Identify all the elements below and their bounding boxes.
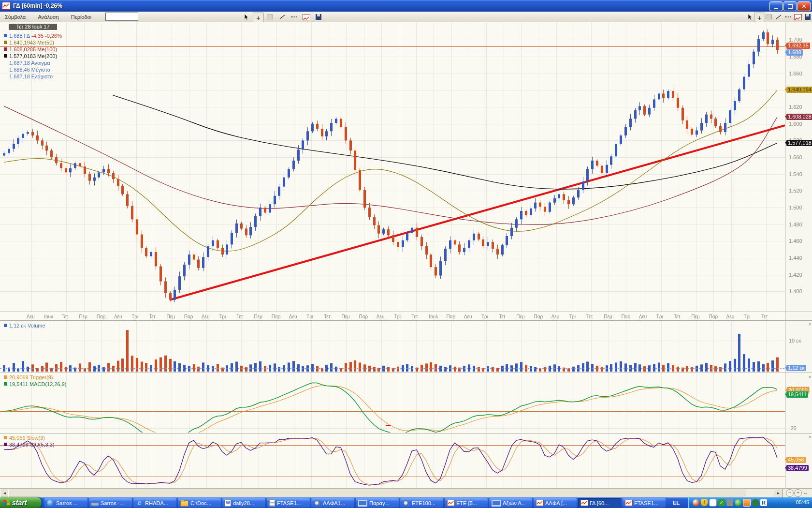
time-axis-label: Τρι <box>481 314 488 319</box>
price-badge: 1.692,35 <box>786 43 810 49</box>
task-button[interactable]: ΓΔ [60... <box>578 498 621 508</box>
task-button[interactable]: FTASE1... <box>623 498 666 508</box>
price-tick-label: 1.620 <box>789 104 802 110</box>
time-axis-label: Ιουλ <box>429 314 438 319</box>
task-button[interactable]: ΑΛΦΑ [... <box>534 498 577 508</box>
pane-separator <box>0 312 812 312</box>
security-shield-tray-icon[interactable]: ! <box>701 499 708 506</box>
restore-button[interactable] <box>783 1 797 11</box>
menu-item-2[interactable]: Ανάλυση <box>36 14 60 20</box>
time-axis-label: Δευ <box>202 314 210 319</box>
pane-close-icon[interactable]: × <box>808 322 812 327</box>
task-button-label: RHADA... <box>145 500 168 506</box>
save-tool-icon[interactable] <box>313 13 323 21</box>
dashes-tool-icon[interactable] <box>289 13 299 21</box>
status-ball-tray-icon[interactable] <box>693 499 699 506</box>
menu-item-3[interactable]: Περίοδοι <box>69 14 93 20</box>
task-button-label: Αξιών Α... <box>503 500 526 506</box>
task-button[interactable]: ETE100... <box>400 498 443 508</box>
task-button[interactable]: Wdaily28... <box>222 498 265 508</box>
legend-swatch <box>4 443 7 446</box>
slow-legend: 45,056 Slow(3) <box>4 434 45 441</box>
close-button[interactable]: ✕ <box>798 1 811 11</box>
pointer-tool-icon[interactable] <box>241 13 251 21</box>
macd-legend: 19,5411 MACD(12,26,9) <box>4 381 66 387</box>
legend-row: 1.577,0183 Me(200) <box>4 53 57 59</box>
price-tick-label: 1.540 <box>789 171 802 177</box>
task-button[interactable]: Αξιών Α... <box>489 498 532 508</box>
sto-legend: 38,4799 StO(5,3,3) <box>4 441 55 448</box>
taskbar: start EL !✓R 05:45 Sarros ...Sarros -...… <box>0 497 812 508</box>
start-button[interactable]: start <box>0 497 42 508</box>
macd-badge: 19,5411 <box>786 391 808 398</box>
price-tick-label: 1.480 <box>789 222 802 227</box>
package-tray-icon[interactable] <box>743 499 751 507</box>
viewer-tray-icon[interactable] <box>752 499 759 506</box>
r-logo-tray-icon[interactable]: R <box>760 499 767 506</box>
pane-close-icon[interactable]: × <box>808 375 812 379</box>
time-axis-label: Τρι <box>569 314 576 319</box>
pane-separator <box>0 320 812 321</box>
time-axis-label: Πεμ <box>341 314 349 319</box>
zoom-in-button[interactable]: + <box>794 489 802 497</box>
trendline-tool-icon[interactable] <box>773 13 783 21</box>
task-button[interactable]: ETE [5... <box>445 498 488 508</box>
legend-text: 1.687,18 Ελάχιστο <box>9 74 53 79</box>
monitor-icon <box>358 500 367 507</box>
time-axis-label: Παρ <box>359 314 368 319</box>
slow-badge: 45,056 <box>786 457 806 463</box>
region-tool-icon[interactable] <box>764 13 774 21</box>
chart-tool-icon[interactable] <box>301 13 311 21</box>
monitor-icon <box>492 500 501 507</box>
update-tray-icon[interactable]: ✓ <box>718 499 725 506</box>
scrollbar-thumb[interactable] <box>8 489 745 498</box>
task-button[interactable]: Sarros ... <box>44 498 87 508</box>
task-button[interactable]: Παραγ... <box>356 498 399 508</box>
fit-width-icon[interactable]: ↔ <box>803 490 808 495</box>
key-icon <box>91 503 99 506</box>
time-axis-label: Δευ <box>639 314 647 319</box>
dashes-tool-icon[interactable] <box>783 13 793 21</box>
horizontal-scrollbar[interactable]: ◄ ► − + ↔ <box>0 489 812 497</box>
audio-tray-icon[interactable] <box>726 499 733 506</box>
zoom-out-button[interactable]: − <box>786 489 794 497</box>
time-axis-label: Πεμ <box>167 314 175 319</box>
price-tick-label: 1.600 <box>789 121 802 127</box>
time-axis-label: Τρι <box>306 314 313 319</box>
task-button-label: ΑΛΦΑ [... <box>545 500 567 506</box>
legend-text: 1.687,18 Ανοιγμα <box>9 60 50 66</box>
globe-icon <box>47 500 54 507</box>
start-label: start <box>12 499 27 507</box>
task-button[interactable]: FTASE1... <box>267 498 310 508</box>
legend-swatch <box>4 41 7 44</box>
task-button[interactable]: ΑΛΦΑ1... <box>311 498 354 508</box>
messenger-tray-icon[interactable] <box>709 499 717 507</box>
task-button-label: ΑΛΦΑ1... <box>323 500 345 506</box>
region-tool-icon[interactable] <box>265 13 275 21</box>
macd-legend-text: 19,5411 MACD(12,26,9) <box>9 381 66 387</box>
chart-tool-icon[interactable] <box>793 13 803 21</box>
legend-row: 1.688,46 Μέγιστο <box>9 66 50 73</box>
price-badge: 1.577,018 <box>786 140 812 146</box>
save-tool-icon[interactable] <box>802 13 812 21</box>
pointer-tool-icon[interactable] <box>744 13 754 21</box>
crosshair-tool-icon[interactable]: + <box>253 13 264 22</box>
symbol-input[interactable] <box>105 13 138 21</box>
scroll-right-button[interactable]: ► <box>774 489 783 498</box>
antivirus-tray-icon[interactable] <box>735 499 741 506</box>
minimize-button[interactable] <box>769 1 783 11</box>
volume-legend-text: 1,12 εκ Volume <box>9 323 45 329</box>
task-button[interactable]: Sarros -... <box>89 498 132 508</box>
task-button[interactable]: eRHADA... <box>133 498 176 508</box>
time-axis-label: Τετ <box>236 314 243 319</box>
menu-item-1[interactable]: Σύμβολα <box>3 14 28 20</box>
time-axis-label: Δευ <box>377 314 385 319</box>
trendline-tool-icon[interactable] <box>277 13 287 21</box>
language-indicator[interactable]: EL <box>670 498 682 508</box>
price-chart-canvas[interactable] <box>0 22 785 489</box>
system-tray: !✓R 05:45 <box>688 497 812 508</box>
time-axis-label: Τρι <box>219 314 226 319</box>
pane-close-icon[interactable]: × <box>808 435 812 439</box>
time-axis-label: Τετ <box>61 314 68 319</box>
task-button[interactable]: C:\Doc... <box>178 498 221 508</box>
